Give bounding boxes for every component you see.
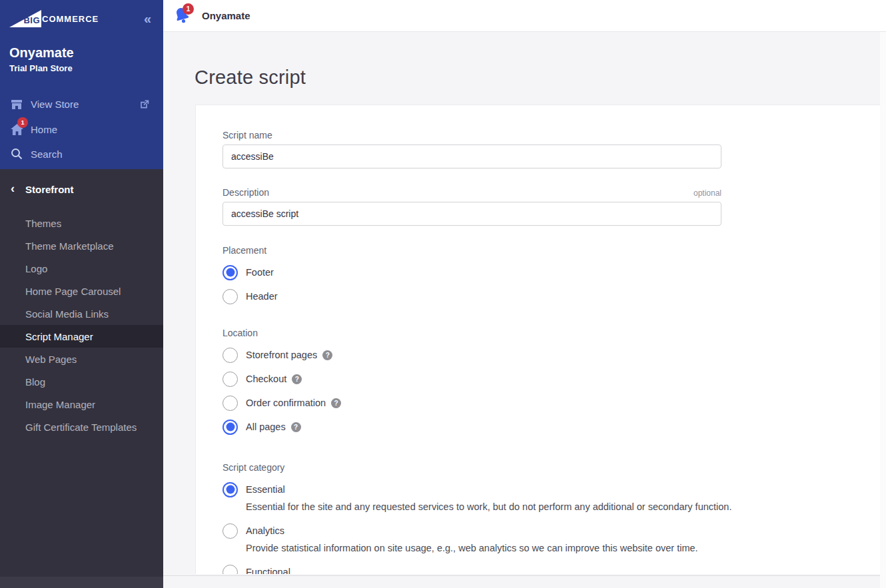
sidebar-item-image-manager[interactable]: Image Manager xyxy=(0,393,163,416)
radio-checkout[interactable] xyxy=(222,372,238,387)
home-notification-badge: 1 xyxy=(17,117,28,128)
search-icon xyxy=(9,147,24,160)
placement-label: Placement xyxy=(222,245,886,256)
bigcommerce-sail-icon: BIG xyxy=(9,10,41,27)
script-category-group: Script category Essential Essential for … xyxy=(222,462,886,574)
notification-badge: 1 xyxy=(183,3,194,15)
analytics-description: Provide statistical information on site … xyxy=(246,541,885,555)
category-option-essential[interactable]: Essential xyxy=(222,477,886,501)
optional-hint: optional xyxy=(693,188,721,198)
help-icon[interactable]: ? xyxy=(292,374,302,384)
radio-functional[interactable] xyxy=(222,565,238,575)
category-option-analytics[interactable]: Analytics xyxy=(222,519,886,543)
collapse-sidebar-icon[interactable]: « xyxy=(144,12,157,25)
scrollbar-track[interactable] xyxy=(880,32,886,588)
footer-strip xyxy=(163,575,886,588)
description-input[interactable] xyxy=(222,202,721,226)
description-label: Description xyxy=(222,187,269,198)
page-title: Create script xyxy=(195,67,306,89)
help-icon[interactable]: ? xyxy=(322,350,332,360)
location-label: Location xyxy=(222,328,886,338)
logo-text-big: BIG xyxy=(23,15,40,25)
script-category-label: Script category xyxy=(222,462,886,473)
sidebar-item-themes[interactable]: Themes xyxy=(0,212,163,234)
notifications-bell-icon[interactable]: 1 xyxy=(173,6,193,26)
radio-analytics[interactable] xyxy=(222,523,238,539)
location-option-order-confirmation[interactable]: Order confirmation ? xyxy=(222,391,886,415)
storefront-icon xyxy=(9,97,24,111)
sidebar-store-section: BIG COMMERCE « Onyamate Trial Plan Store… xyxy=(0,0,163,169)
sidebar-item-blog[interactable]: Blog xyxy=(0,370,163,393)
logo-text-commerce: COMMERCE xyxy=(42,14,99,24)
sidebar-section-storefront[interactable]: ‹ Storefront xyxy=(0,181,163,197)
sidebar-item-label: Search xyxy=(31,148,63,160)
store-plan: Trial Plan Store xyxy=(9,63,74,73)
sidebar-item-script-manager[interactable]: Script Manager xyxy=(0,325,163,348)
topbar-store-name: Onyamate xyxy=(202,10,250,21)
sidebar-item-logo[interactable]: Logo xyxy=(0,257,163,280)
radio-footer[interactable] xyxy=(222,265,238,280)
sidebar-bottom-strip xyxy=(0,577,163,588)
placement-option-header[interactable]: Header xyxy=(222,284,886,308)
help-icon[interactable]: ? xyxy=(291,422,301,432)
radio-essential[interactable] xyxy=(222,482,238,497)
sidebar: BIG COMMERCE « Onyamate Trial Plan Store… xyxy=(0,0,163,588)
essential-description: Essential for the site and any requested… xyxy=(246,500,885,513)
script-name-input[interactable] xyxy=(222,145,721,168)
help-icon[interactable]: ? xyxy=(331,398,341,408)
sidebar-item-view-store[interactable]: View Store xyxy=(0,91,163,117)
sidebar-item-gift-certificate-templates[interactable]: Gift Certificate Templates xyxy=(0,416,163,438)
store-name: Onyamate xyxy=(9,45,74,61)
external-link-icon xyxy=(137,97,151,111)
radio-all-pages[interactable] xyxy=(222,420,238,435)
radio-header[interactable] xyxy=(222,289,238,304)
location-option-storefront-pages[interactable]: Storefront pages ? xyxy=(222,343,886,367)
category-option-functional[interactable]: Functional xyxy=(222,560,886,574)
sidebar-item-home-page-carousel[interactable]: Home Page Carousel xyxy=(0,280,163,302)
location-group: Location Storefront pages ? Checkout ? O… xyxy=(222,328,886,439)
section-title: Storefront xyxy=(25,184,74,195)
radio-storefront-pages[interactable] xyxy=(222,348,238,363)
chevron-left-icon: ‹ xyxy=(0,182,25,194)
location-option-checkout[interactable]: Checkout ? xyxy=(222,367,886,391)
sidebar-item-theme-marketplace[interactable]: Theme Marketplace xyxy=(0,234,163,257)
storefront-subnav: Themes Theme Marketplace Logo Home Page … xyxy=(0,212,163,438)
location-option-all-pages[interactable]: All pages ? xyxy=(222,415,886,439)
sidebar-item-label: Home xyxy=(31,124,57,135)
sidebar-item-home[interactable]: 1 Home xyxy=(0,117,163,142)
sidebar-item-search[interactable]: Search xyxy=(0,141,163,166)
placement-option-footer[interactable]: Footer xyxy=(222,260,886,284)
sidebar-item-label: View Store xyxy=(31,99,79,110)
create-script-form: Script name Description optional Placeme… xyxy=(195,105,886,574)
sidebar-item-web-pages[interactable]: Web Pages xyxy=(0,348,163,370)
topbar: 1 Onyamate xyxy=(163,0,886,32)
radio-order-confirmation[interactable] xyxy=(222,396,238,411)
sidebar-item-social-media-links[interactable]: Social Media Links xyxy=(0,302,163,325)
bigcommerce-logo: BIG COMMERCE xyxy=(9,10,99,27)
home-icon: 1 xyxy=(9,123,24,136)
placement-group: Placement Footer Header xyxy=(222,245,886,308)
script-name-label: Script name xyxy=(222,130,886,141)
